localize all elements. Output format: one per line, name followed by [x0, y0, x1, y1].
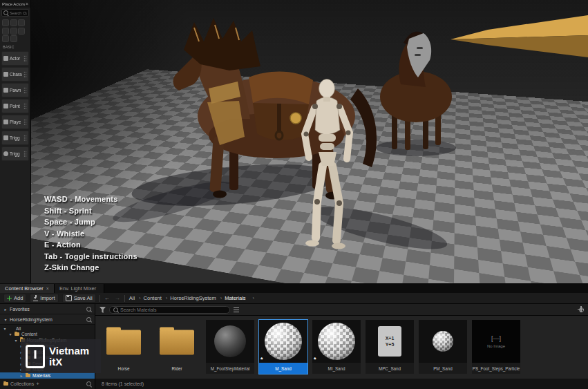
category-icon[interactable]	[18, 28, 25, 35]
param-line: X+1	[386, 336, 395, 341]
expand-caret-icon[interactable]: ▾	[3, 326, 7, 331]
asset-thumbnail[interactable]	[206, 320, 254, 363]
chevron-down-icon[interactable]: ▾	[3, 317, 8, 322]
chevron-right-icon[interactable]: ▸	[3, 307, 8, 312]
drag-handle-icon[interactable]	[23, 119, 27, 126]
param-collection-icon: X+1 Y+5	[378, 326, 401, 357]
place-actor-button[interactable]: Pawn	[1, 83, 29, 97]
category-icon[interactable]	[2, 28, 9, 35]
save-all-button[interactable]: Save All	[62, 294, 96, 303]
search-icon[interactable]	[86, 307, 91, 312]
expand-caret-icon[interactable]: ▾	[14, 338, 18, 343]
place-actor-label: Pawn	[10, 88, 21, 93]
asset-thumbnail[interactable]: *	[312, 320, 361, 363]
add-button[interactable]: Add	[3, 294, 26, 303]
material-sphere-preview	[433, 331, 453, 352]
category-icon[interactable]	[10, 35, 17, 42]
watermark-line1: Vietnam	[49, 345, 89, 357]
asset-thumbnail[interactable]	[419, 320, 467, 363]
category-icon[interactable]	[10, 19, 17, 26]
instruction-line: WASD - Movements	[44, 193, 137, 205]
category-icon[interactable]	[2, 35, 9, 42]
search-assets-input[interactable]	[120, 307, 226, 312]
place-actor-button[interactable]: Trigg	[1, 146, 29, 161]
settings-gear-icon[interactable]	[579, 307, 584, 312]
asset-tile[interactable]: M_FootStepMaterial	[205, 319, 255, 374]
expand-caret-icon[interactable]: ▾	[8, 332, 12, 336]
category-icon[interactable]	[18, 19, 25, 26]
drag-handle-icon[interactable]	[23, 135, 27, 142]
panel-tab[interactable]: Env. Light Mixer	[55, 284, 104, 293]
asset-thumbnail[interactable]: X+1 Y+5	[366, 320, 414, 363]
favorites-header[interactable]: ▸ Favorites	[0, 304, 95, 314]
tab-label: Env. Light Mixer	[59, 285, 96, 292]
instruction-line: V - Whistle	[44, 228, 137, 240]
asset-thumbnail[interactable]	[99, 320, 148, 363]
save-all-label: Save All	[74, 295, 93, 301]
view-options-icon[interactable]	[234, 307, 239, 312]
modified-marker: *	[260, 357, 263, 362]
instructions-overlay: WASD - Movements Shift - Sprint Space - …	[44, 193, 137, 274]
instruction-line: E - Action	[44, 239, 137, 251]
collections-icon	[3, 382, 8, 386]
place-actor-button[interactable]: Chara	[1, 67, 29, 82]
category-icon[interactable]	[2, 19, 9, 26]
filter-funnel-icon[interactable]	[99, 307, 106, 313]
search-icon[interactable]	[86, 317, 91, 322]
asset-thumbnail[interactable]: *	[259, 320, 307, 363]
asset-tile[interactable]: Rider	[152, 319, 202, 374]
asset-tile[interactable]: * MI_Sand	[312, 319, 361, 374]
actor-type-icon	[3, 72, 8, 77]
drag-handle-icon[interactable]	[23, 151, 27, 158]
drag-handle-icon[interactable]	[23, 71, 27, 78]
breadcrumb-item[interactable]: Materials	[217, 295, 247, 301]
search-icon	[113, 307, 118, 312]
asset-thumbnail[interactable]	[153, 320, 201, 363]
tab-close-icon[interactable]: ×	[46, 286, 49, 291]
forward-icon[interactable]: →	[114, 295, 121, 301]
place-actor-button[interactable]: Point	[1, 99, 29, 113]
asset-tile[interactable]: X+1 Y+5 MPC_Sand	[365, 319, 415, 374]
material-sphere-preview	[318, 323, 355, 360]
material-sphere-preview	[265, 323, 302, 360]
breadcrumb-expand-icon[interactable]	[250, 295, 255, 301]
drag-handle-icon[interactable]	[23, 103, 27, 110]
asset-thumbnail[interactable]: [—] No Image	[472, 320, 520, 363]
search-icon[interactable]	[86, 381, 91, 386]
place-actors-search[interactable]	[1, 9, 29, 17]
tree-folder-item[interactable]: ▾ Content	[0, 332, 95, 338]
place-actor-button[interactable]: Actor	[1, 51, 29, 66]
asset-name: M_FootStepMaterial	[206, 363, 254, 374]
category-icon[interactable]	[10, 28, 17, 35]
place-actor-label: Point	[10, 104, 20, 108]
asset-tile[interactable]: PM_Sand	[418, 319, 468, 374]
drag-handle-icon[interactable]	[23, 55, 27, 62]
asset-tile[interactable]: Horse	[99, 319, 149, 374]
back-icon[interactable]: ←	[104, 295, 111, 301]
drag-handle-icon[interactable]	[23, 87, 27, 94]
viewport-3d[interactable]: WASD - Movements Shift - Sprint Space - …	[0, 0, 588, 285]
expand-caret-icon[interactable]: ▸	[19, 373, 23, 378]
unreal-editor-window: WASD - Movements Shift - Sprint Space - …	[0, 0, 588, 389]
place-actors-title-bar[interactable]: Place Actors ×	[0, 0, 30, 8]
project-header[interactable]: ▾ HorseRidingSystem	[0, 314, 95, 325]
breadcrumb-item[interactable]: Content	[135, 295, 162, 301]
panel-tab[interactable]: Content Browser ×	[0, 284, 55, 293]
collections-section[interactable]: Collections +	[0, 379, 95, 389]
search-classes-input[interactable]	[10, 11, 27, 15]
place-actor-label: Actor	[10, 56, 20, 61]
tree-folder-item[interactable]: ▸ Materials	[0, 372, 95, 379]
import-button[interactable]: Import	[30, 294, 58, 303]
place-actor-button[interactable]: Trigg	[1, 131, 29, 145]
asset-search-box[interactable]	[109, 306, 230, 314]
close-icon[interactable]: ×	[26, 1, 28, 6]
breadcrumb-item[interactable]: HorseRidingSystem	[162, 295, 217, 301]
add-label: Add	[14, 295, 23, 301]
breadcrumb-item[interactable]: All	[129, 295, 135, 301]
place-actor-button[interactable]: Playe	[1, 115, 29, 129]
tree-folder-item[interactable]: ▾ All	[0, 325, 95, 332]
asset-tile[interactable]: * M_Sand	[258, 319, 308, 374]
add-collection-icon[interactable]: +	[36, 381, 39, 387]
asset-tile[interactable]: [—] No Image PS_Foot_Steps_Particle	[471, 319, 521, 374]
folder-icon	[26, 374, 30, 377]
